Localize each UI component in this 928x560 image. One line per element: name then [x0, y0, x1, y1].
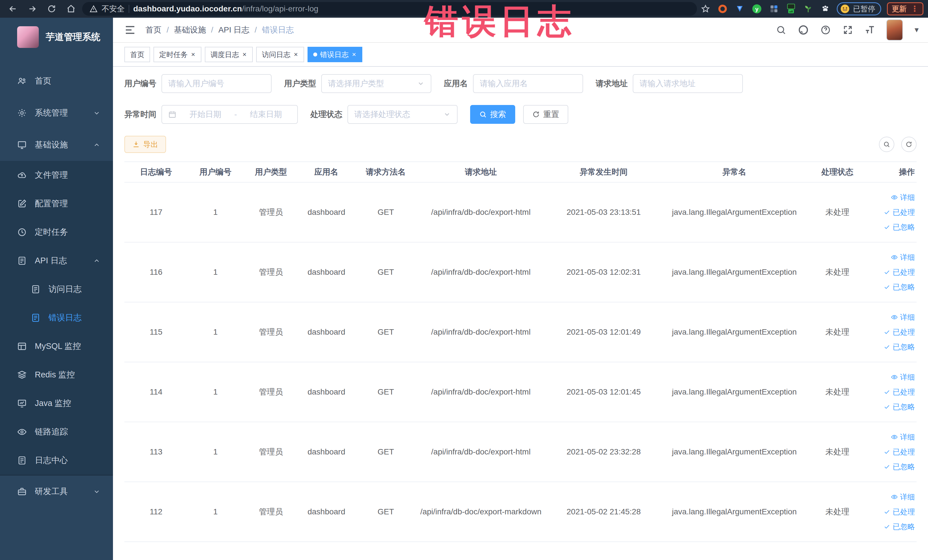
detail-link[interactable]: 详细	[869, 490, 915, 504]
dash-icon	[17, 398, 27, 408]
exception-time-range-picker[interactable]: 开始日期 - 结束日期	[162, 105, 298, 124]
user-type-select[interactable]: 请选择用户类型	[321, 74, 431, 93]
detail-link[interactable]: 详细	[869, 250, 915, 265]
browser-reload-button[interactable]	[43, 2, 60, 16]
extension-paw-icon[interactable]	[820, 3, 831, 15]
extension-sprout-icon[interactable]	[803, 3, 814, 15]
detail-link-label: 详细	[900, 252, 915, 262]
sidebar-item-3[interactable]: 文件管理	[0, 161, 113, 189]
kebab-menu-icon[interactable]: ⋮	[911, 8, 919, 10]
detail-link[interactable]: 详细	[869, 310, 915, 325]
user-id-input-field[interactable]	[168, 79, 265, 88]
sidebar-item-1[interactable]: 系统管理	[0, 97, 113, 129]
sidebar-item-0[interactable]: 首页	[0, 65, 113, 97]
mark-ignored-link[interactable]: 已忽略	[869, 519, 915, 534]
user-menu-caret-icon[interactable]: ▼	[913, 26, 920, 34]
extension-grid-icon[interactable]	[768, 3, 780, 15]
sidebar-item-5[interactable]: 定时任务	[0, 218, 113, 246]
extension-green-circle-icon[interactable]: y	[751, 3, 763, 15]
tab-3[interactable]: 访问日志×	[256, 47, 304, 62]
user-avatar[interactable]	[886, 20, 903, 41]
extension-paused-pill[interactable]: 已暂停	[837, 2, 881, 15]
fullscreen-button[interactable]	[842, 24, 854, 36]
mark-processed-link[interactable]: 已处理	[869, 444, 915, 459]
ignored-link-label: 已忽略	[893, 402, 915, 412]
sidebar-item-11[interactable]: Java 监控	[0, 389, 113, 418]
sidebar-item-13[interactable]: 日志中心	[0, 446, 113, 475]
export-button[interactable]: 导出	[124, 136, 166, 153]
close-icon[interactable]: ×	[293, 50, 298, 58]
extension-onoff-icon[interactable]: off	[785, 3, 797, 15]
sidebar-item-6[interactable]: API 日志	[0, 246, 113, 275]
table-icon	[17, 342, 27, 351]
request-url-input-field[interactable]	[640, 79, 736, 88]
filter-process-status: 处理状态 请选择处理状态	[310, 105, 458, 124]
mark-processed-link[interactable]: 已处理	[869, 385, 915, 400]
detail-link[interactable]: 详细	[869, 370, 915, 385]
refresh-table-button[interactable]	[901, 137, 917, 152]
sidebar-item-9[interactable]: MySQL 监控	[0, 332, 113, 360]
close-icon[interactable]: ×	[242, 50, 247, 58]
app-name-input[interactable]	[473, 74, 583, 93]
mark-processed-link[interactable]: 已处理	[869, 325, 915, 339]
toggle-search-button[interactable]	[879, 137, 894, 152]
breadcrumb-item-0[interactable]: 首页	[145, 24, 162, 35]
cell-status: 未处理	[806, 422, 869, 482]
request-url-input[interactable]	[633, 74, 743, 93]
detail-link[interactable]: 详细	[869, 190, 915, 205]
font-size-button[interactable]	[864, 24, 876, 36]
sidebar-item-8[interactable]: 错误日志	[0, 304, 113, 332]
user-id-input[interactable]	[162, 74, 272, 93]
column-header-5: 请求地址	[417, 162, 544, 182]
logo-row[interactable]: 芋道管理系统	[0, 18, 113, 56]
mark-ignored-link[interactable]: 已忽略	[869, 279, 915, 294]
mark-ignored-link[interactable]: 已忽略	[869, 220, 915, 235]
reset-button[interactable]: 重置	[523, 105, 568, 124]
check-icon	[884, 329, 890, 336]
tab-0[interactable]: 首页	[124, 47, 150, 62]
browser-back-button[interactable]	[5, 2, 21, 16]
mark-processed-link[interactable]: 已处理	[869, 504, 915, 519]
help-button[interactable]	[820, 24, 832, 36]
sidebar-collapse-icon[interactable]	[124, 24, 136, 36]
calendar-icon	[168, 110, 176, 118]
breadcrumb-item-1[interactable]: 基础设施	[174, 24, 206, 35]
bookmark-star-icon[interactable]	[700, 3, 711, 15]
process-status-select[interactable]: 请选择处理状态	[348, 105, 458, 124]
browser-update-button[interactable]: 更新 ⋮	[887, 2, 923, 15]
search-button[interactable]: 搜索	[470, 105, 515, 124]
github-link[interactable]	[797, 24, 809, 36]
mark-ignored-link[interactable]: 已忽略	[869, 400, 915, 414]
cell-app: dashboard	[299, 302, 354, 362]
sidebar-item-10[interactable]: Redis 监控	[0, 360, 113, 389]
breadcrumb-item-2[interactable]: API 日志	[218, 24, 250, 35]
mark-processed-link[interactable]: 已处理	[869, 205, 915, 220]
extension-orange-donut-icon[interactable]	[717, 3, 728, 15]
browser-forward-button[interactable]	[24, 2, 41, 16]
close-icon[interactable]: ×	[351, 50, 357, 58]
sidebar-item-14[interactable]: 研发工具	[0, 476, 113, 508]
drop-icon	[736, 5, 744, 13]
cell-operations: 详细已处理已忽略	[869, 362, 917, 422]
close-icon[interactable]: ×	[191, 50, 196, 58]
cell-user_id: 1	[188, 422, 243, 482]
header-search-button[interactable]	[775, 24, 787, 36]
mark-processed-link[interactable]: 已处理	[869, 265, 915, 279]
monitor-icon	[17, 140, 27, 150]
mark-ignored-link[interactable]: 已忽略	[869, 459, 915, 474]
extension-blue-drop-icon[interactable]	[734, 3, 745, 15]
eyesm-icon	[891, 433, 898, 441]
sidebar-item-7[interactable]: 访问日志	[0, 275, 113, 304]
tab-4[interactable]: 错误日志×	[308, 47, 362, 62]
app-name-input-field[interactable]	[480, 79, 576, 88]
detail-link[interactable]: 详细	[869, 430, 915, 444]
sidebar-item-2[interactable]: 基础设施	[0, 129, 113, 161]
browser-home-button[interactable]	[63, 2, 79, 16]
tab-1[interactable]: 定时任务×	[154, 47, 201, 62]
sidebar-item-12[interactable]: 链路追踪	[0, 418, 113, 446]
cell-method: GET	[354, 482, 417, 542]
mark-ignored-link[interactable]: 已忽略	[869, 339, 915, 354]
tab-2[interactable]: 调度日志×	[205, 47, 253, 62]
address-bar[interactable]: 不安全 dashboard.yudao.iocoder.cn/infra/log…	[82, 2, 697, 16]
sidebar-item-4[interactable]: 配置管理	[0, 189, 113, 218]
